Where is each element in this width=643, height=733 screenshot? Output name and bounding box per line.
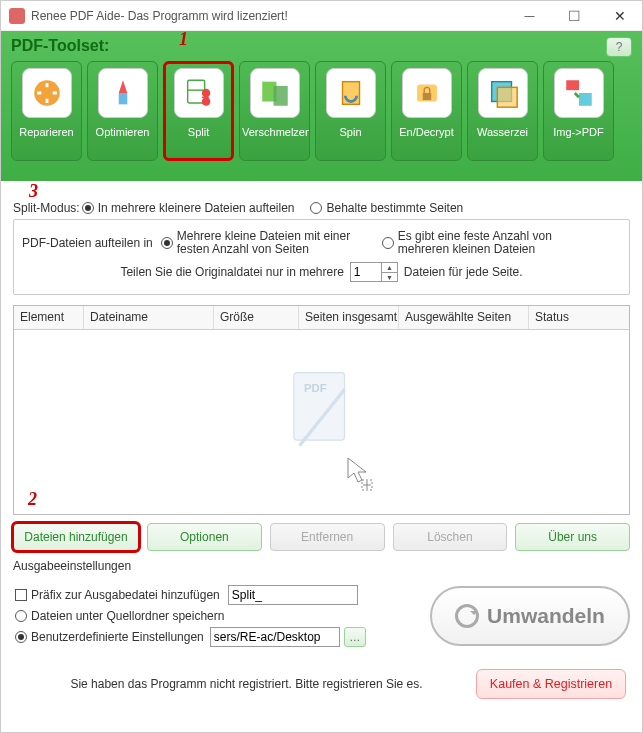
svg-rect-11 (497, 87, 517, 107)
split-mode-opt2[interactable]: Behalte bestimmte Seiten (326, 201, 463, 215)
window-title: Renee PDF Aide- Das Programm wird lizenz… (31, 9, 507, 23)
svg-rect-13 (579, 93, 592, 106)
divide-pre: Teilen Sie die Originaldatei nur in mehr… (120, 265, 343, 279)
page-count-input[interactable] (351, 263, 381, 281)
svg-point-4 (201, 89, 210, 98)
radio-fixed-count[interactable] (382, 237, 394, 249)
empty-placeholder: PDF (287, 367, 357, 461)
output-title: Ausgabeeinstellungen (13, 559, 630, 573)
convert-icon (455, 604, 479, 628)
prefix-label[interactable]: Präfix zur Ausgabedatei hinzufügen (31, 588, 220, 602)
svg-text:PDF: PDF (304, 382, 327, 394)
prefix-checkbox[interactable] (15, 589, 27, 601)
merge-icon (250, 68, 300, 118)
remove-button[interactable]: Entfernen (270, 523, 385, 551)
divide-post: Dateien für jede Seite. (404, 265, 523, 279)
convert-button[interactable]: Umwandeln (430, 586, 630, 646)
help-button[interactable]: ? (606, 37, 632, 57)
svg-rect-6 (273, 86, 287, 106)
tool-spin[interactable]: Spin (315, 61, 386, 161)
th-seiten[interactable]: Seiten insgesamt (299, 306, 399, 329)
repair-icon (22, 68, 72, 118)
tool-optimieren[interactable]: Optimieren (87, 61, 158, 161)
options-button[interactable]: Optionen (147, 523, 262, 551)
svg-rect-12 (566, 80, 579, 90)
tool-reparieren[interactable]: Reparieren (11, 61, 82, 161)
th-status[interactable]: Status (529, 306, 629, 329)
app-icon (9, 8, 25, 24)
browse-button[interactable]: … (344, 627, 366, 647)
tool-wasserzeichen[interactable]: Wasserzei (467, 61, 538, 161)
tool-label: Split (164, 126, 233, 138)
file-table: Element Dateiname Größe Seiten insgesamt… (13, 305, 630, 515)
tool-encrypt[interactable]: En/Decrypt (391, 61, 462, 161)
tool-label: Optimieren (88, 126, 157, 138)
table-header: Element Dateiname Größe Seiten insgesamt… (14, 306, 629, 330)
spin-down[interactable]: ▼ (382, 273, 397, 282)
tool-row: Reparieren Optimieren Split Verschmelzen… (11, 61, 632, 161)
titlebar: Renee PDF Aide- Das Programm wird lizenz… (1, 1, 642, 31)
register-msg: Sie haben das Programm nicht registriert… (17, 677, 476, 691)
annotation-1: 1 (179, 29, 188, 50)
tool-split[interactable]: Split (163, 61, 234, 161)
header: ? PDF-Toolset: 1 Reparieren Optimieren S… (1, 31, 642, 181)
watermark-icon (478, 68, 528, 118)
split-opt-a[interactable]: Mehrere kleine Dateien mit einer festen … (177, 230, 372, 256)
radio-split-multiple[interactable] (82, 202, 94, 214)
th-dateiname[interactable]: Dateiname (84, 306, 214, 329)
close-button[interactable]: ✕ (597, 1, 642, 31)
th-groesse[interactable]: Größe (214, 306, 299, 329)
svg-point-3 (201, 97, 210, 106)
custom-label[interactable]: Benutzerdefinierte Einstellungen (31, 630, 204, 644)
split-in-label: PDF-Dateien aufteilen in (22, 236, 153, 250)
custom-path-input[interactable] (210, 627, 340, 647)
annotation-2: 2 (28, 489, 37, 510)
radio-fixed-pages[interactable] (161, 237, 173, 249)
delete-button[interactable]: Löschen (393, 523, 508, 551)
page-count-spinner[interactable]: ▲▼ (350, 262, 398, 282)
body: 3 Split-Modus: In mehrere kleinere Datei… (1, 181, 642, 659)
output-settings: Präfix zur Ausgabedatei hinzufügen Datei… (13, 581, 630, 651)
split-mode-label: Split-Modus: (13, 201, 80, 215)
spin-up[interactable]: ▲ (382, 263, 397, 273)
tool-label: Verschmelzen (240, 126, 309, 138)
tool-label: Wasserzei (468, 126, 537, 138)
radio-keep-pages[interactable] (310, 202, 322, 214)
spin-icon (326, 68, 376, 118)
svg-rect-9 (422, 93, 431, 100)
convert-label: Umwandeln (487, 604, 605, 628)
minimize-button[interactable]: ─ (507, 1, 552, 31)
img-pdf-icon (554, 68, 604, 118)
optimize-icon (98, 68, 148, 118)
tool-img-pdf[interactable]: Img->PDF (543, 61, 614, 161)
button-row: Dateien hinzufügen Optionen Entfernen Lö… (13, 523, 630, 551)
th-element[interactable]: Element (14, 306, 84, 329)
about-button[interactable]: Über uns (515, 523, 630, 551)
prefix-input[interactable] (228, 585, 358, 605)
th-ausgewaehlt[interactable]: Ausgewählte Seiten (399, 306, 529, 329)
tool-label: Img->PDF (544, 126, 613, 138)
footer: Sie haben das Programm nicht registriert… (1, 659, 642, 709)
tool-label: Reparieren (12, 126, 81, 138)
tool-label: En/Decrypt (392, 126, 461, 138)
annotation-3: 3 (29, 181, 38, 202)
svg-rect-1 (118, 93, 127, 104)
split-mode-opt1[interactable]: In mehrere kleinere Dateien aufteilen (98, 201, 295, 215)
split-icon (174, 68, 224, 118)
same-folder-label[interactable]: Dateien unter Quellordner speichern (31, 609, 224, 623)
tool-verschmelzen[interactable]: Verschmelzen (239, 61, 310, 161)
header-title: PDF-Toolset: (11, 37, 632, 55)
tool-label: Spin (316, 126, 385, 138)
add-files-button[interactable]: Dateien hinzufügen (13, 523, 139, 551)
encrypt-icon (402, 68, 452, 118)
split-opt-b[interactable]: Es gibt eine feste Anzahl von mehreren k… (398, 230, 578, 256)
cursor-icon (346, 456, 374, 496)
split-options-group: PDF-Dateien aufteilen in Mehrere kleine … (13, 219, 630, 295)
radio-custom-folder[interactable] (15, 631, 27, 643)
maximize-button[interactable]: ☐ (552, 1, 597, 31)
buy-button[interactable]: Kaufen & Registrieren (476, 669, 626, 699)
radio-same-folder[interactable] (15, 610, 27, 622)
